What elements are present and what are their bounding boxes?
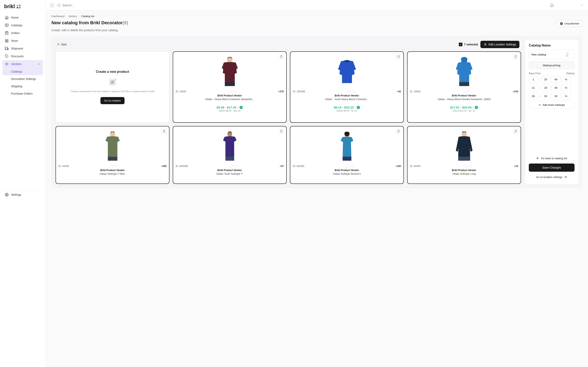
back-link-label: Go back to catalog list — [541, 157, 567, 160]
delete-button[interactable] — [161, 128, 167, 134]
product-card[interactable]: ID: 18500+319 Brikl Product Vendor Gilda… — [407, 51, 521, 123]
product-image — [290, 52, 403, 89]
edit-location-button[interactable]: Edit Location Settings — [480, 41, 519, 48]
base-from-input[interactable] — [529, 84, 538, 91]
main: Dashboard › Vendor › Catalog list New ca… — [46, 0, 588, 367]
delete-button[interactable] — [278, 128, 284, 134]
toolbar-right: ✓ 7 selected Edit Location Settings — [459, 41, 519, 48]
sidebar-subitem-shipping[interactable]: Shipping — [2, 83, 43, 90]
sidebar-item-discounts[interactable]: Discounts — [2, 52, 43, 60]
status-text: Unpublished — [564, 22, 579, 25]
delete-button[interactable] — [513, 128, 519, 134]
delete-button[interactable] — [396, 128, 401, 134]
create-description: Create a new product from the scratch or… — [70, 90, 154, 93]
markup-value-input[interactable] — [552, 93, 561, 100]
base-from-input[interactable] — [529, 93, 538, 100]
product-card[interactable]: ID: 64400+33 Brikl Product Vendor Gildan… — [407, 126, 521, 184]
product-card[interactable]: ID: 64000B+57 Brikl Product Vendor Gilda… — [173, 126, 287, 184]
user-menu[interactable] — [561, 4, 585, 7]
vendor-name: Brikl Product Vendor — [58, 169, 167, 172]
sidebar-item-home[interactable]: Home — [2, 14, 43, 21]
base-from-input[interactable] — [529, 76, 538, 83]
svg-rect-0 — [17, 4, 18, 6]
variant-count: +319 — [513, 90, 518, 93]
sort-label: Sort — [61, 43, 67, 46]
vendor-name: Brikl Product Vendor — [176, 169, 284, 172]
product-card[interactable]: ID: 18000+279 Brikl Product Vendor Gilda… — [173, 51, 287, 123]
catalog-name-input[interactable] — [531, 53, 566, 56]
product-id: ID: 18000 — [176, 90, 186, 93]
nav: Home Catalogs Orders Store Shipment Disc… — [0, 13, 45, 190]
product-card[interactable]: ID: 18000B+42 Brikl Product Vendor Gilda… — [290, 51, 404, 123]
sidebar-item-shipment[interactable]: Shipment — [2, 45, 43, 52]
trash-icon — [397, 55, 400, 58]
product-card[interactable]: ID: 64000+392 Brikl Product Vendor Gilda… — [56, 126, 169, 184]
sidebar-item-settings[interactable]: Settings — [2, 191, 43, 199]
save-changes-button[interactable]: Save Changes — [529, 164, 575, 172]
delete-button[interactable] — [513, 54, 519, 59]
svg-point-11 — [6, 64, 7, 65]
breadcrumb-item[interactable]: Vendor — [69, 15, 77, 18]
book-icon — [5, 24, 9, 27]
variant-count: +279 — [278, 90, 284, 93]
base-to-input[interactable] — [541, 93, 550, 100]
sidebar-item-vendors[interactable]: Vendors — [2, 60, 43, 68]
topbar-right — [550, 2, 585, 8]
base-to-input[interactable] — [541, 84, 550, 91]
vendor-name: Brikl Product Vendor — [176, 94, 284, 97]
markup-pricing-button[interactable]: Markup pricing — [529, 62, 575, 69]
bell-icon[interactable] — [550, 3, 554, 7]
hoodie-icon — [452, 54, 476, 86]
product-id: ID: 64000L — [293, 165, 305, 167]
status-pill[interactable]: Unpublished — [557, 20, 582, 27]
svg-rect-31 — [458, 157, 470, 161]
sidebar-item-orders[interactable]: Orders — [2, 29, 43, 37]
goto-location-link[interactable]: Go to location settings — [529, 174, 575, 180]
product-image — [290, 126, 403, 163]
sort-button[interactable]: Sort — [57, 43, 67, 46]
back-button[interactable] — [49, 2, 55, 8]
info-icon[interactable]: i — [357, 106, 360, 109]
sidebar-item-store[interactable]: Store — [2, 37, 43, 45]
product-name: Gildan Softstyle T-Shirt. — [58, 173, 167, 179]
product-id-row: ID: 18500+319 — [410, 90, 518, 93]
sidebar-item-catalogs[interactable]: Catalogs — [2, 21, 43, 29]
logo-text: brikl — [4, 3, 15, 9]
pencil-icon — [111, 80, 114, 84]
topbar — [46, 0, 588, 11]
percent-label: % — [562, 76, 571, 83]
dash: - — [539, 86, 540, 90]
product-grid: Create a new product + Create a new prod… — [56, 51, 521, 184]
back-to-catalog-link[interactable]: Go back to catalog list — [529, 155, 575, 161]
color-swatches — [347, 90, 355, 93]
delete-button[interactable] — [396, 54, 401, 59]
product-id: ID: 64000B — [176, 165, 188, 167]
add-markup-button[interactable]: Add more markups — [529, 101, 575, 109]
page-count: (8) — [122, 20, 128, 25]
markup-value-input[interactable] — [552, 76, 561, 83]
sweatshirt-icon — [335, 54, 359, 86]
base-to-input[interactable] — [541, 76, 550, 83]
product-image — [56, 126, 169, 163]
search-input[interactable] — [62, 4, 547, 7]
tag-icon — [5, 54, 9, 58]
markup-value-input[interactable] — [552, 84, 561, 91]
sidebar-subitem-purchase-orders[interactable]: Purchase Orders — [2, 90, 43, 97]
percent-label: % — [562, 84, 571, 91]
delete-button[interactable] — [278, 54, 284, 59]
trash-icon — [163, 130, 165, 133]
info-icon[interactable]: i — [475, 106, 478, 109]
product-card[interactable]: ID: 64000L+100 Brikl Product Vendor Gild… — [290, 126, 404, 184]
sidebar-subitem-catalogs[interactable]: Catalogs — [2, 68, 43, 75]
create-product-card: Create a new product + Create a new prod… — [56, 51, 169, 123]
info-icon[interactable]: i — [240, 106, 243, 109]
product-meta: ID: 64400+33 Brikl Product Vendor Gildan… — [407, 163, 521, 184]
sidebar-subitem-decoration[interactable]: Decoration Settings — [2, 75, 43, 83]
goto-location-label: Go to location settings — [536, 175, 562, 179]
select-all-checkbox[interactable]: ✓ — [459, 43, 462, 46]
nav-label: Decoration Settings — [11, 77, 36, 81]
breadcrumb-item[interactable]: Dashboard — [52, 15, 65, 18]
go-to-creation-button[interactable]: Go to creation — [100, 97, 125, 104]
bag-icon — [5, 31, 9, 35]
nav-label: Settings — [11, 193, 21, 196]
